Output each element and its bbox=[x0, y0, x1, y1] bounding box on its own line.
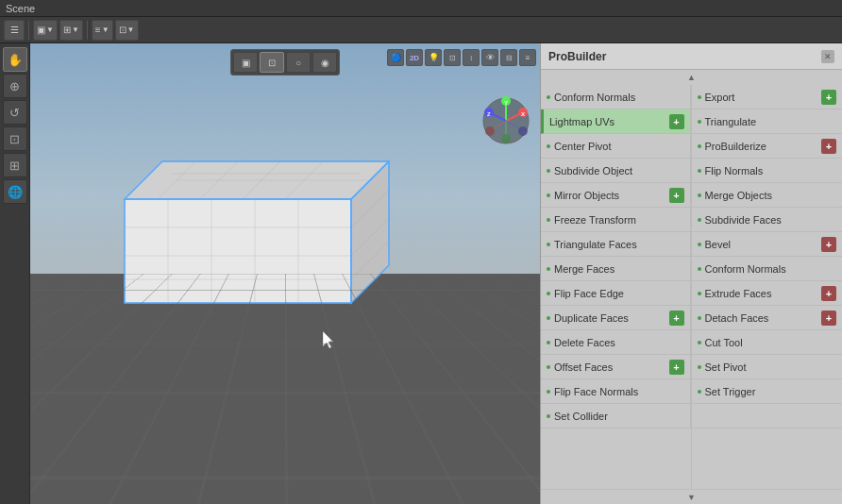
title-bar: Scene bbox=[0, 0, 842, 17]
tool-hand[interactable]: ✋ bbox=[3, 47, 27, 72]
pb-label: Subdivide Faces bbox=[705, 214, 837, 226]
vp-2d-btn[interactable]: 2D bbox=[406, 49, 423, 66]
pb-label: Merge Faces bbox=[554, 263, 684, 275]
tool-scale[interactable]: ⊡ bbox=[3, 126, 27, 151]
pb-item-bevel[interactable]: Bevel + bbox=[692, 232, 843, 257]
pb-item-probuilderize[interactable]: ProBuilderize + bbox=[692, 134, 843, 159]
vp-shaded-btn[interactable]: ⊡ bbox=[260, 52, 284, 73]
pb-item-conform-normals-left[interactable]: Conform Normals bbox=[541, 85, 691, 109]
pb-plus-btn-red[interactable]: + bbox=[821, 139, 836, 154]
pb-dot bbox=[698, 193, 701, 197]
tool-transform[interactable]: 🌐 bbox=[3, 179, 27, 204]
vp-gizmo-btn[interactable]: ↕ bbox=[463, 49, 480, 66]
main-area: ✋ ⊕ ↺ ⊡ ⊞ 🌐 ▣ ⊡ ○ ◉ 🔵 2D 💡 ⊡ ↕ 👁 ⊟ bbox=[0, 43, 842, 504]
pb-plus-btn[interactable]: + bbox=[821, 90, 836, 105]
pb-item-subdivide-object[interactable]: Subdivide Object bbox=[541, 159, 691, 183]
pb-dot bbox=[698, 243, 701, 246]
pb-item-triangulate-faces[interactable]: Triangulate Faces bbox=[541, 232, 691, 257]
pb-item-set-trigger[interactable]: Set Trigger bbox=[692, 379, 843, 404]
pb-scroll-up-btn[interactable]: ▲ bbox=[541, 70, 842, 85]
pb-item-triangulate[interactable]: Triangulate bbox=[692, 109, 843, 134]
pb-dot bbox=[547, 169, 550, 173]
camera-gizmo[interactable]: X Y Z bbox=[480, 95, 532, 149]
pb-dot bbox=[547, 144, 550, 148]
pb-label: Export bbox=[705, 92, 818, 103]
toolbar-layers-btn[interactable]: ▣▼ bbox=[33, 20, 58, 41]
pb-label: Set Trigger bbox=[705, 386, 837, 397]
vp-layers-btn[interactable]: ⊟ bbox=[500, 49, 517, 66]
pb-plus-btn[interactable]: + bbox=[669, 311, 684, 326]
pb-item-mirror-objects[interactable]: Mirror Objects + bbox=[541, 183, 691, 208]
pb-plus-btn[interactable]: + bbox=[669, 188, 684, 203]
pb-item-conform-normals-right[interactable]: Conform Normals bbox=[692, 257, 843, 281]
pb-item-subdivide-faces[interactable]: Subdivide Faces bbox=[692, 208, 843, 232]
vp-visibility-btn[interactable]: 👁 bbox=[481, 49, 498, 66]
pb-dot bbox=[698, 390, 701, 394]
vp-perspective-btn[interactable]: ▣ bbox=[233, 52, 258, 73]
sep2 bbox=[87, 21, 88, 40]
pb-label: Conform Normals bbox=[554, 92, 684, 103]
pb-item-merge-faces[interactable]: Merge Faces bbox=[541, 257, 691, 281]
svg-point-10 bbox=[501, 134, 511, 143]
pb-plus-btn-red[interactable]: + bbox=[821, 237, 836, 252]
tool-rect[interactable]: ⊞ bbox=[3, 153, 27, 177]
tool-rotate[interactable]: ↺ bbox=[3, 100, 27, 125]
left-tool-panel: ✋ ⊕ ↺ ⊡ ⊞ 🌐 bbox=[0, 43, 30, 504]
pb-close-btn[interactable]: ✕ bbox=[821, 50, 834, 63]
svg-text:Y: Y bbox=[504, 100, 508, 106]
pb-item-duplicate-faces[interactable]: Duplicate Faces + bbox=[541, 306, 691, 330]
toolbar-pivot-btn[interactable]: ⊡▼ bbox=[115, 20, 139, 41]
pb-item-cut-tool[interactable]: Cut Tool bbox=[692, 330, 843, 355]
pb-plus-btn-red[interactable]: + bbox=[821, 286, 836, 301]
pb-dot bbox=[698, 169, 701, 173]
pb-label: Bevel bbox=[705, 239, 818, 250]
pb-item-offset-faces[interactable]: Offset Faces + bbox=[541, 355, 691, 379]
pb-dot bbox=[547, 95, 550, 99]
vp-more-btn[interactable]: ≡ bbox=[519, 49, 536, 66]
pb-item-detach-faces[interactable]: Detach Faces + bbox=[692, 306, 843, 330]
pb-plus-btn[interactable]: + bbox=[669, 114, 684, 129]
pb-dot bbox=[547, 243, 550, 246]
pb-item-lightmap-uvs[interactable]: Lightmap UVs + bbox=[541, 109, 691, 134]
vp-textured-btn[interactable]: ◉ bbox=[312, 52, 337, 73]
pb-label: Mirror Objects bbox=[554, 190, 665, 201]
pb-label: Detach Faces bbox=[705, 312, 818, 324]
pb-dot bbox=[698, 95, 701, 99]
vp-light-btn[interactable]: 💡 bbox=[425, 49, 442, 66]
toolbar-snap-btn[interactable]: ≡▼ bbox=[92, 20, 113, 41]
pb-label: Triangulate Faces bbox=[554, 239, 684, 250]
svg-text:X: X bbox=[521, 111, 525, 117]
pb-scroll-down-btn[interactable]: ▼ bbox=[541, 489, 842, 504]
pb-plus-btn-red[interactable]: + bbox=[821, 311, 836, 326]
pb-item-freeze-transform[interactable]: Freeze Transform bbox=[541, 208, 691, 232]
pb-label: Set Collider bbox=[554, 411, 684, 422]
vp-stats-btn[interactable]: ⊡ bbox=[444, 49, 461, 66]
toolbar-menu-btn[interactable]: ☰ bbox=[4, 20, 25, 41]
pb-item-center-pivot[interactable]: Center Pivot bbox=[541, 134, 691, 159]
pb-label: Merge Objects bbox=[705, 190, 837, 201]
sep1 bbox=[28, 21, 29, 40]
pb-item-flip-normals[interactable]: Flip Normals bbox=[692, 159, 843, 183]
pb-item-flip-face-normals[interactable]: Flip Face Normals bbox=[541, 379, 691, 404]
svg-point-15 bbox=[518, 126, 528, 136]
tool-move[interactable]: ⊕ bbox=[3, 74, 27, 98]
vp-top-right-tools: 🔵 2D 💡 ⊡ ↕ 👁 ⊟ ≡ bbox=[387, 49, 536, 66]
pb-dot bbox=[698, 365, 701, 369]
top-toolbar: ☰ ▣▼ ⊞▼ ≡▼ ⊡▼ bbox=[0, 17, 842, 43]
pb-item-flip-face-edge[interactable]: Flip Face Edge bbox=[541, 281, 691, 306]
vp-render-btn[interactable]: 🔵 bbox=[387, 49, 404, 66]
pb-label: Extrude Faces bbox=[705, 288, 818, 299]
pb-item-delete-faces[interactable]: Delete Faces bbox=[541, 330, 691, 355]
pb-title: ProBuilder bbox=[548, 50, 606, 63]
toolbar-grid-btn[interactable]: ⊞▼ bbox=[59, 20, 83, 41]
pb-item-set-collider[interactable]: Set Collider bbox=[541, 404, 691, 428]
pb-label: Cut Tool bbox=[705, 337, 837, 348]
scroll-down-icon: ▼ bbox=[687, 493, 696, 502]
pb-item-set-pivot[interactable]: Set Pivot bbox=[692, 355, 843, 379]
vp-wireframe-btn[interactable]: ○ bbox=[286, 52, 311, 73]
pb-item-merge-objects[interactable]: Merge Objects bbox=[692, 183, 843, 208]
pb-label: Center Pivot bbox=[554, 141, 684, 152]
pb-item-extrude-faces[interactable]: Extrude Faces + bbox=[692, 281, 843, 306]
pb-plus-btn[interactable]: + bbox=[669, 360, 684, 375]
pb-item-export[interactable]: Export + bbox=[692, 85, 843, 109]
